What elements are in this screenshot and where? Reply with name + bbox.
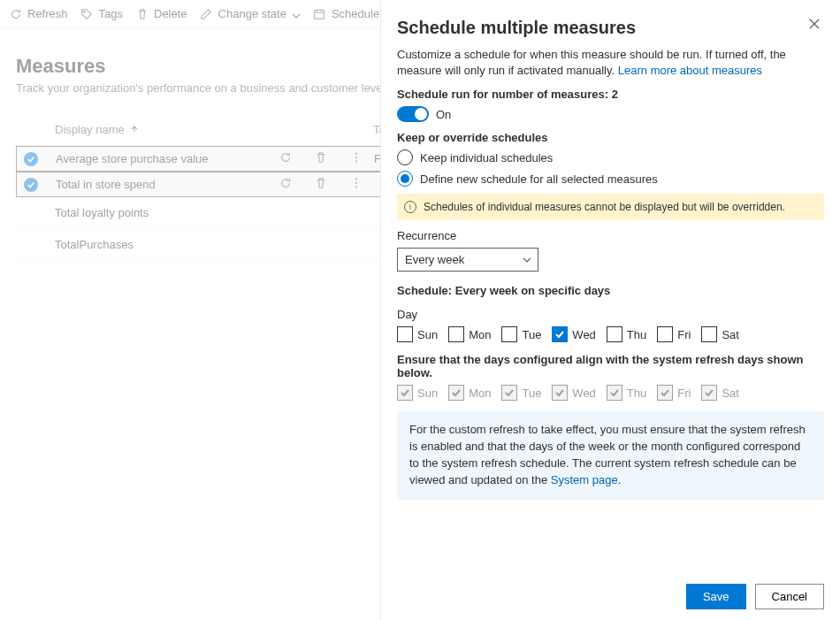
delete-label: Delete [154, 7, 187, 20]
col-display-name[interactable]: Display name [55, 123, 267, 136]
svg-rect-1 [315, 10, 325, 19]
row-refresh-button[interactable] [268, 151, 303, 166]
row-name: Average store purchase value [56, 152, 268, 165]
change-state-label: Change state [218, 7, 286, 20]
tag-icon [80, 7, 94, 20]
system-day-wed: Wed [552, 385, 596, 401]
day-checkbox-sun[interactable]: Sun [397, 326, 438, 342]
schedule-button[interactable]: Schedule [313, 7, 379, 20]
schedule-label: Schedule [332, 7, 379, 20]
system-page-link[interactable]: System page [551, 473, 618, 486]
svg-point-0 [84, 11, 86, 12]
schedule-panel: Schedule multiple measures Customize a s… [380, 0, 840, 620]
svg-point-5 [355, 179, 357, 180]
radio-icon [397, 149, 413, 165]
system-day-tue: Tue [501, 385, 541, 401]
checkbox-icon [448, 326, 464, 342]
checkbox-icon [501, 385, 517, 401]
close-button[interactable] [805, 14, 824, 37]
checkbox-icon [607, 326, 622, 342]
refresh-button[interactable]: Refresh [9, 7, 68, 20]
system-day-thu: Thu [607, 385, 646, 401]
system-day-sat: Sat [701, 385, 739, 401]
radio-icon [397, 171, 413, 187]
day-checkbox-mon[interactable]: Mon [448, 326, 491, 342]
info-box: For the custom refresh to take effect, y… [397, 411, 824, 499]
checkbox-icon [657, 385, 673, 401]
row-more-button[interactable] [339, 177, 374, 192]
radio-keep[interactable]: Keep individual schedules [397, 149, 824, 165]
chevron-down-icon [292, 10, 301, 19]
trash-icon [135, 7, 149, 20]
sort-up-icon [130, 123, 139, 136]
row-name: TotalPurchases [55, 238, 267, 251]
checkbox-icon [397, 385, 413, 401]
keep-override-header: Keep or override schedules [397, 131, 824, 144]
change-state-button[interactable]: Change state [200, 7, 301, 20]
system-day-mon: Mon [448, 385, 491, 401]
svg-point-4 [355, 160, 357, 162]
panel-title: Schedule multiple measures [397, 18, 636, 38]
day-label: Day [397, 308, 824, 321]
row-delete-button[interactable] [303, 151, 339, 166]
tags-label: Tags [99, 7, 123, 20]
checkbox-icon [701, 326, 717, 342]
checkbox-icon [607, 385, 622, 401]
panel-description: Customize a schedule for when this measu… [397, 47, 824, 79]
checkbox-icon [501, 326, 517, 342]
radio-define[interactable]: Define new schedule for all selected mea… [397, 171, 824, 187]
override-warning: i Schedules of individual measures canno… [397, 194, 824, 220]
calendar-icon [313, 7, 326, 20]
delete-button[interactable]: Delete [135, 7, 187, 20]
schedule-toggle[interactable] [397, 106, 429, 122]
checkbox-icon [701, 385, 717, 401]
day-checkbox-fri[interactable]: Fri [657, 326, 691, 342]
checkbox-icon [448, 385, 464, 401]
row-delete-button[interactable] [303, 177, 339, 192]
ensure-text: Ensure that the days configured align wi… [397, 353, 824, 379]
recurrence-label: Recurrence [397, 229, 824, 242]
checkbox-icon [397, 326, 413, 342]
tags-button[interactable]: Tags [80, 7, 123, 20]
refresh-icon [9, 7, 22, 20]
day-checkbox-group: SunMonTueWedThuFriSat [397, 326, 824, 342]
check-icon [24, 152, 38, 166]
system-days-group: SunMonTueWedThuFriSat [397, 385, 824, 401]
learn-more-link[interactable]: Learn more about measures [618, 64, 762, 77]
svg-point-7 [355, 186, 357, 188]
day-checkbox-tue[interactable]: Tue [501, 326, 541, 342]
chevron-down-icon [523, 254, 531, 267]
cancel-button[interactable]: Cancel [755, 584, 824, 609]
day-checkbox-sat[interactable]: Sat [701, 326, 739, 342]
info-icon: i [404, 201, 416, 213]
check-icon [24, 178, 38, 192]
panel-footer: Save Cancel [397, 571, 824, 609]
schedule-summary: Schedule: Every week on specific days [397, 284, 824, 297]
row-name: Total in store spend [56, 178, 268, 191]
system-day-fri: Fri [657, 385, 691, 401]
row-name: Total loyalty points [55, 206, 267, 219]
day-checkbox-thu[interactable]: Thu [607, 326, 646, 342]
row-more-button[interactable] [339, 151, 374, 166]
system-day-sun: Sun [397, 385, 438, 401]
save-button[interactable]: Save [686, 584, 746, 609]
day-checkbox-wed[interactable]: Wed [552, 326, 596, 342]
checkbox-icon [552, 326, 568, 342]
checkbox-icon [657, 326, 673, 342]
svg-point-6 [355, 182, 357, 184]
run-count-label: Schedule run for number of measures: 2 [397, 88, 824, 101]
edit-icon [200, 7, 213, 20]
recurrence-select[interactable]: Every week [397, 248, 538, 272]
refresh-label: Refresh [27, 7, 68, 20]
svg-point-3 [355, 157, 357, 158]
toggle-label: On [436, 108, 451, 121]
checkbox-icon [552, 385, 568, 401]
row-refresh-button[interactable] [268, 177, 303, 192]
svg-point-2 [355, 153, 357, 155]
